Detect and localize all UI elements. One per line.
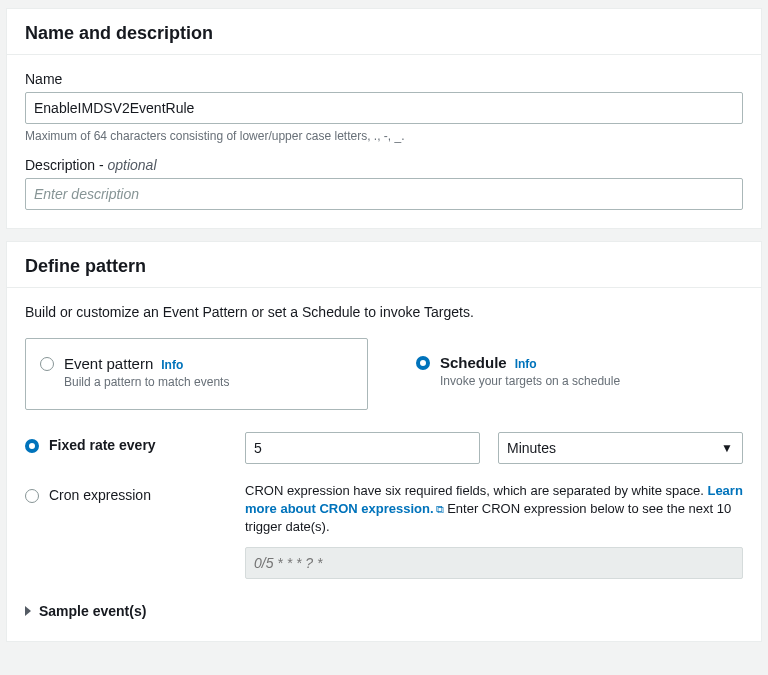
name-input[interactable] xyxy=(25,92,743,124)
pattern-intro-text: Build or customize an Event Pattern or s… xyxy=(25,304,743,320)
event-pattern-info-link[interactable]: Info xyxy=(161,358,183,372)
cron-radio[interactable] xyxy=(25,489,39,503)
optional-suffix: optional xyxy=(107,157,156,173)
name-description-heading: Name and description xyxy=(25,23,743,44)
event-pattern-radio[interactable] xyxy=(40,357,54,371)
fixed-rate-unit-select[interactable]: Minutes xyxy=(498,432,743,464)
panel-header: Define pattern xyxy=(7,242,761,288)
schedule-info-link[interactable]: Info xyxy=(515,357,537,371)
fixed-rate-label: Fixed rate every xyxy=(49,437,156,453)
cron-radio-group[interactable]: Cron expression xyxy=(25,482,225,503)
fixed-rate-unit-wrap: Minutes ▼ xyxy=(498,432,743,464)
fixed-rate-row: Fixed rate every Minutes ▼ xyxy=(25,432,743,464)
event-pattern-tile[interactable]: Event pattern Info Build a pattern to ma… xyxy=(25,338,368,410)
name-helper-text: Maximum of 64 characters consisting of l… xyxy=(25,129,743,143)
event-pattern-content: Event pattern Info Build a pattern to ma… xyxy=(64,355,229,389)
schedule-tile[interactable]: Schedule Info Invoke your targets on a s… xyxy=(408,338,743,410)
name-label: Name xyxy=(25,71,743,87)
name-field-group: Name Maximum of 64 characters consisting… xyxy=(25,71,743,143)
cron-expression-row: Cron expression CRON expression have six… xyxy=(25,482,743,579)
sample-events-label: Sample event(s) xyxy=(39,603,146,619)
tile-title-row: Event pattern Info xyxy=(64,355,229,372)
cron-label: Cron expression xyxy=(49,487,151,503)
panel-header: Name and description xyxy=(7,9,761,55)
event-pattern-title: Event pattern xyxy=(64,355,153,372)
define-pattern-heading: Define pattern xyxy=(25,256,743,277)
panel-body: Name Maximum of 64 characters consisting… xyxy=(7,55,761,228)
sample-events-expander[interactable]: Sample event(s) xyxy=(25,597,743,623)
description-input[interactable] xyxy=(25,178,743,210)
fixed-rate-radio-group[interactable]: Fixed rate every xyxy=(25,432,225,453)
cron-desc-part1: CRON expression have six required fields… xyxy=(245,483,707,498)
schedule-radio[interactable] xyxy=(416,356,430,370)
fixed-rate-value-input[interactable] xyxy=(245,432,480,464)
cron-description: CRON expression have six required fields… xyxy=(245,482,743,537)
description-label: Description - optional xyxy=(25,157,743,173)
caret-right-icon xyxy=(25,606,31,616)
cron-expression-input xyxy=(245,547,743,579)
external-link-icon: ⧉ xyxy=(436,502,444,517)
fixed-rate-inputs: Minutes ▼ xyxy=(245,432,743,464)
pattern-type-tiles: Event pattern Info Build a pattern to ma… xyxy=(25,338,743,410)
name-description-panel: Name and description Name Maximum of 64 … xyxy=(6,8,762,229)
cron-right: CRON expression have six required fields… xyxy=(245,482,743,579)
define-pattern-panel: Define pattern Build or customize an Eve… xyxy=(6,241,762,642)
tile-title-row: Schedule Info xyxy=(440,354,620,371)
schedule-content: Schedule Info Invoke your targets on a s… xyxy=(440,354,620,388)
schedule-title: Schedule xyxy=(440,354,507,371)
fixed-rate-radio[interactable] xyxy=(25,439,39,453)
schedule-desc: Invoke your targets on a schedule xyxy=(440,374,620,388)
description-label-text: Description - xyxy=(25,157,107,173)
description-field-group: Description - optional xyxy=(25,157,743,210)
panel-body: Build or customize an Event Pattern or s… xyxy=(7,288,761,641)
event-pattern-desc: Build a pattern to match events xyxy=(64,375,229,389)
